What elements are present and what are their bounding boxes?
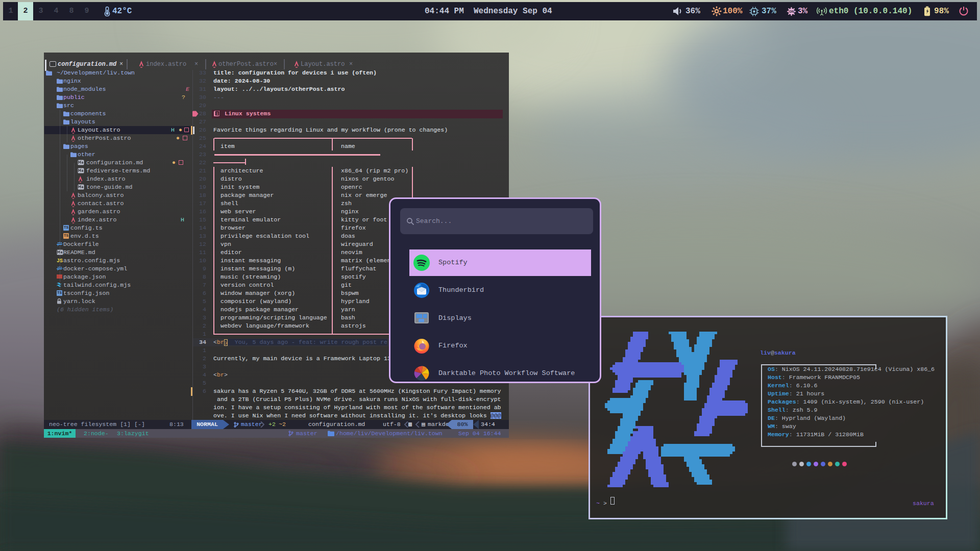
svg-text:1: 1	[216, 112, 218, 116]
svg-text:GN: GN	[789, 10, 794, 13]
